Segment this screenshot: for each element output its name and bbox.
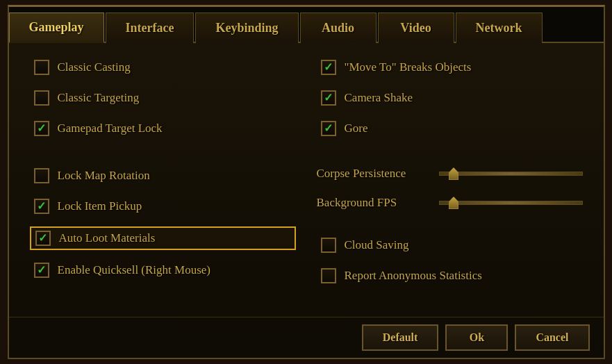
gore-label: Gore: [345, 122, 368, 135]
spacer3: [317, 222, 583, 225]
cloud-saving-row[interactable]: Cloud Saving: [317, 235, 583, 256]
camera-shake-checkbox[interactable]: [321, 90, 336, 106]
lock-item-pickup-label: Lock Item Pickup: [58, 199, 142, 213]
tab-audio[interactable]: Audio: [300, 13, 377, 43]
tab-interface[interactable]: Interface: [106, 13, 195, 43]
corpse-persistence-handle[interactable]: [449, 167, 458, 180]
classic-casting-label: Classic Casting: [58, 60, 131, 74]
background-fps-track[interactable]: [439, 201, 583, 205]
spacer2: [317, 149, 583, 154]
classic-targeting-checkbox[interactable]: [34, 90, 49, 106]
report-anon-checkbox[interactable]: [321, 268, 336, 283]
gamepad-target-lock-row[interactable]: Gamepad Target Lock: [30, 118, 296, 139]
gamepad-target-lock-label: Gamepad Target Lock: [58, 122, 163, 135]
lock-map-rotation-checkbox[interactable]: [34, 168, 49, 183]
corpse-persistence-track[interactable]: [439, 172, 583, 176]
auto-loot-materials-row[interactable]: Auto Loot Materials: [30, 226, 296, 250]
gore-row[interactable]: Gore: [317, 118, 583, 139]
classic-targeting-label: Classic Targeting: [58, 91, 140, 105]
cloud-saving-label: Cloud Saving: [345, 238, 409, 252]
classic-targeting-row[interactable]: Classic Targeting: [30, 88, 296, 108]
lock-item-pickup-checkbox[interactable]: [34, 199, 49, 214]
move-to-breaks-label: "Move To" Breaks Objects: [345, 60, 472, 74]
classic-casting-checkbox[interactable]: [34, 60, 49, 75]
enable-quicksell-label: Enable Quicksell (Right Mouse): [58, 263, 211, 277]
tab-keybinding[interactable]: Keybinding: [195, 13, 298, 43]
tab-video[interactable]: Video: [378, 13, 454, 43]
lock-map-rotation-label: Lock Map Rotation: [58, 169, 150, 183]
ok-button[interactable]: Ok: [445, 324, 508, 351]
background-fps-handle[interactable]: [449, 197, 458, 209]
tab-bar: Gameplay Interface Keybinding Audio Vide…: [9, 7, 604, 43]
left-column: Classic Casting Classic Targeting Gamepa…: [30, 57, 296, 303]
camera-shake-label: Camera Shake: [345, 91, 413, 105]
tab-gameplay[interactable]: Gameplay: [9, 13, 104, 43]
move-to-breaks-row[interactable]: "Move To" Breaks Objects: [317, 57, 583, 78]
background-fps-row: Background FPS: [317, 196, 583, 210]
enable-quicksell-checkbox[interactable]: [34, 263, 49, 278]
report-anon-row[interactable]: Report Anonymous Statistics: [317, 265, 583, 286]
gore-checkbox[interactable]: [321, 121, 336, 136]
spacer: [30, 149, 296, 156]
lock-item-pickup-row[interactable]: Lock Item Pickup: [30, 196, 296, 217]
classic-casting-row[interactable]: Classic Casting: [30, 57, 296, 78]
content-area: Classic Casting Classic Targeting Gamepa…: [9, 43, 604, 317]
right-column: "Move To" Breaks Objects Camera Shake Go…: [317, 57, 583, 303]
enable-quicksell-row[interactable]: Enable Quicksell (Right Mouse): [30, 260, 296, 281]
move-to-breaks-checkbox[interactable]: [321, 60, 336, 75]
cloud-saving-checkbox[interactable]: [321, 238, 336, 253]
lock-map-rotation-row[interactable]: Lock Map Rotation: [30, 165, 296, 186]
report-anon-label: Report Anonymous Statistics: [345, 269, 482, 283]
cancel-button[interactable]: Cancel: [515, 324, 589, 351]
camera-shake-row[interactable]: Camera Shake: [317, 88, 583, 108]
bottom-bar: Default Ok Cancel: [9, 317, 604, 358]
auto-loot-materials-label: Auto Loot Materials: [59, 231, 156, 245]
auto-loot-materials-checkbox[interactable]: [35, 231, 51, 246]
settings-dialog: Gameplay Interface Keybinding Audio Vide…: [8, 5, 605, 359]
corpse-persistence-row: Corpse Persistence: [317, 167, 583, 181]
corpse-persistence-label: Corpse Persistence: [317, 167, 428, 181]
gamepad-target-lock-checkbox[interactable]: [34, 121, 49, 136]
background-fps-label: Background FPS: [317, 196, 428, 210]
tab-network[interactable]: Network: [456, 13, 543, 43]
default-button[interactable]: Default: [362, 324, 439, 351]
